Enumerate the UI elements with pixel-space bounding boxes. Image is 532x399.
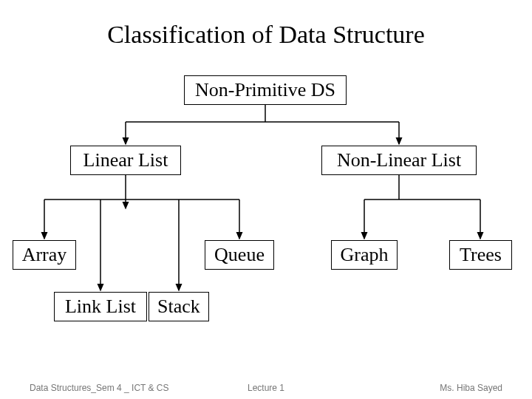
node-linear-list: Linear List	[70, 146, 181, 175]
connector-lines	[0, 0, 532, 399]
node-graph: Graph	[331, 240, 398, 270]
slide: Classification of Data Structure	[0, 0, 532, 399]
node-stack: Stack	[149, 292, 209, 321]
node-non-primitive-ds: Non-Primitive DS	[184, 75, 347, 105]
footer-right: Ms. Hiba Sayed	[440, 383, 502, 393]
node-queue: Queue	[205, 240, 274, 270]
node-non-linear-list: Non-Linear List	[321, 146, 477, 175]
node-trees: Trees	[449, 240, 512, 270]
slide-title: Classification of Data Structure	[0, 21, 532, 49]
node-array: Array	[13, 240, 76, 270]
node-link-list: Link List	[54, 292, 147, 321]
